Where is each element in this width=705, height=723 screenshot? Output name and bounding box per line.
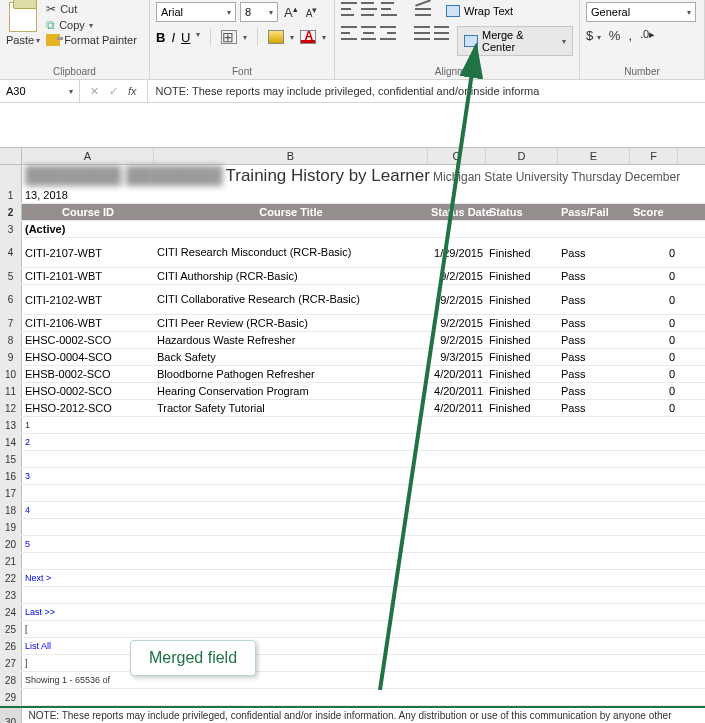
showing-count[interactable]: Showing 1 - 65536 of xyxy=(22,675,154,685)
col-header-a[interactable]: A xyxy=(22,148,154,164)
cell-course-title[interactable]: CITI Research Misconduct (RCR-Basic) xyxy=(154,244,428,261)
cell-course-id[interactable]: CITI-2106-WBT xyxy=(22,317,154,329)
page-4-link[interactable]: 4 xyxy=(22,505,154,515)
section-active[interactable]: (Active) xyxy=(22,223,154,235)
borders-button[interactable] xyxy=(221,30,237,44)
cell-passfail[interactable]: Pass xyxy=(558,334,630,346)
cell-course-id[interactable]: CITI-2101-WBT xyxy=(22,270,154,282)
cell-course-id[interactable]: EHSO-2012-SCO xyxy=(22,402,154,414)
table-row[interactable]: 10EHSB-0002-SCOBloodborne Pathogen Refre… xyxy=(0,366,705,383)
cell-score[interactable]: 0 xyxy=(630,247,678,259)
cell-course-title[interactable]: CITI Peer Review (RCR-Basic) xyxy=(154,317,428,329)
align-center-button[interactable] xyxy=(361,26,377,40)
column-headers[interactable]: A B C D E F xyxy=(0,147,705,165)
italic-button[interactable]: I xyxy=(171,30,175,45)
enter-icon[interactable]: ✓ xyxy=(109,85,118,98)
cell-date[interactable]: 9/2/2015 xyxy=(428,270,486,282)
table-row[interactable]: 7CITI-2106-WBTCITI Peer Review (RCR-Basi… xyxy=(0,315,705,332)
formula-input[interactable]: NOTE: These reports may include privileg… xyxy=(148,85,548,97)
cell-score[interactable]: 0 xyxy=(630,351,678,363)
cell-date[interactable]: 4/20/2011 xyxy=(428,385,486,397)
font-size-combo[interactable]: 8▾ xyxy=(240,2,278,22)
font-color-button[interactable] xyxy=(300,30,316,44)
cell-course-id[interactable]: EHSO-0002-SCO xyxy=(22,385,154,397)
cell-a1[interactable]: 13, 2018 xyxy=(22,189,154,201)
cell-course-id[interactable]: EHSB-0002-SCO xyxy=(22,368,154,380)
cell-course-title[interactable]: CITI Collaborative Research (RCR-Basic) xyxy=(154,291,428,308)
cell-passfail[interactable]: Pass xyxy=(558,294,630,306)
cell-score[interactable]: 0 xyxy=(630,317,678,329)
cell-score[interactable]: 0 xyxy=(630,368,678,380)
increase-decimal-button[interactable]: .0▸ xyxy=(640,28,655,43)
cell-status[interactable]: Finished xyxy=(486,294,558,306)
decrease-indent-button[interactable] xyxy=(414,26,430,40)
cell-status[interactable]: Finished xyxy=(486,351,558,363)
cell-date[interactable]: 4/20/2011 xyxy=(428,368,486,380)
cell-course-title[interactable]: Back Safety xyxy=(154,351,428,363)
cell-date[interactable]: 9/2/2015 xyxy=(428,317,486,329)
cell-date[interactable]: 9/2/2015 xyxy=(428,294,486,306)
merge-center-button[interactable]: Merge & Center▾ xyxy=(457,26,573,56)
cell-course-title[interactable]: Hazardous Waste Refresher xyxy=(154,334,428,346)
cell-status[interactable]: Finished xyxy=(486,334,558,346)
cell-status[interactable]: Finished xyxy=(486,402,558,414)
cell-score[interactable]: 0 xyxy=(630,402,678,414)
cell-status[interactable]: Finished xyxy=(486,317,558,329)
cell-course-title[interactable]: Hearing Conservation Program xyxy=(154,385,428,397)
cell-course-id[interactable]: CITI-2107-WBT xyxy=(22,247,154,259)
cell-course-id[interactable]: EHSO-0004-SCO xyxy=(22,351,154,363)
table-row[interactable]: 4CITI-2107-WBTCITI Research Misconduct (… xyxy=(0,238,705,268)
increase-font-button[interactable]: A▴ xyxy=(282,4,300,20)
table-row[interactable]: 9EHSO-0004-SCOBack Safety9/3/2015Finishe… xyxy=(0,349,705,366)
next-link[interactable]: Next > xyxy=(22,573,154,583)
col-header-c[interactable]: C xyxy=(428,148,486,164)
note-merged-cell[interactable]: NOTE: These reports may include privileg… xyxy=(22,708,678,723)
col-header-b[interactable]: B xyxy=(154,148,428,164)
page-3-link[interactable]: 3 xyxy=(22,471,154,481)
align-left-button[interactable] xyxy=(341,26,357,40)
cell-date[interactable]: 4/20/2011 xyxy=(428,402,486,414)
percent-button[interactable]: % xyxy=(609,28,621,43)
cell-score[interactable]: 0 xyxy=(630,270,678,282)
table-row[interactable]: 8EHSC-0002-SCOHazardous Waste Refresher9… xyxy=(0,332,705,349)
col-header-e[interactable]: E xyxy=(558,148,630,164)
increase-indent-button[interactable] xyxy=(434,26,450,40)
cell-status[interactable]: Finished xyxy=(486,385,558,397)
cell-course-id[interactable]: CITI-2102-WBT xyxy=(22,294,154,306)
page-5-link[interactable]: 5 xyxy=(22,539,154,549)
cell-score[interactable]: 0 xyxy=(630,385,678,397)
wrap-text-button[interactable]: Wrap Text xyxy=(439,2,520,20)
page-2-link[interactable]: 2 xyxy=(22,437,154,447)
cell-passfail[interactable]: Pass xyxy=(558,385,630,397)
cell-course-title[interactable]: Bloodborne Pathogen Refresher xyxy=(154,368,428,380)
cell-passfail[interactable]: Pass xyxy=(558,351,630,363)
cell-date[interactable]: 9/3/2015 xyxy=(428,351,486,363)
fx-icon[interactable]: fx xyxy=(128,85,137,97)
bold-button[interactable]: B xyxy=(156,30,165,45)
underline-button[interactable]: U xyxy=(181,30,190,45)
cell-score[interactable]: 0 xyxy=(630,334,678,346)
cell-score[interactable]: 0 xyxy=(630,294,678,306)
currency-button[interactable]: $ ▾ xyxy=(586,28,601,43)
table-row[interactable]: 12EHSO-2012-SCOTractor Safety Tutorial4/… xyxy=(0,400,705,417)
comma-button[interactable]: , xyxy=(628,28,632,43)
cut-button[interactable]: Cut xyxy=(46,2,137,16)
cell-passfail[interactable]: Pass xyxy=(558,247,630,259)
align-middle-button[interactable] xyxy=(361,2,377,16)
align-top-button[interactable] xyxy=(341,2,357,16)
cell-date[interactable]: 9/2/2015 xyxy=(428,334,486,346)
col-header-d[interactable]: D xyxy=(486,148,558,164)
align-bottom-button[interactable] xyxy=(381,2,397,16)
copy-button[interactable]: Copy▾ xyxy=(46,18,137,32)
cell-status[interactable]: Finished xyxy=(486,368,558,380)
cell-passfail[interactable]: Pass xyxy=(558,368,630,380)
font-name-combo[interactable]: Arial▾ xyxy=(156,2,236,22)
paste-button[interactable]: Paste▾ xyxy=(6,2,40,46)
cell-passfail[interactable]: Pass xyxy=(558,270,630,282)
cancel-icon[interactable]: ✕ xyxy=(90,85,99,98)
cell-status[interactable]: Finished xyxy=(486,247,558,259)
cell-passfail[interactable]: Pass xyxy=(558,317,630,329)
format-painter-button[interactable]: Format Painter xyxy=(46,34,137,46)
cell-course-title[interactable]: CITI Authorship (RCR-Basic) xyxy=(154,270,428,282)
cell-passfail[interactable]: Pass xyxy=(558,402,630,414)
